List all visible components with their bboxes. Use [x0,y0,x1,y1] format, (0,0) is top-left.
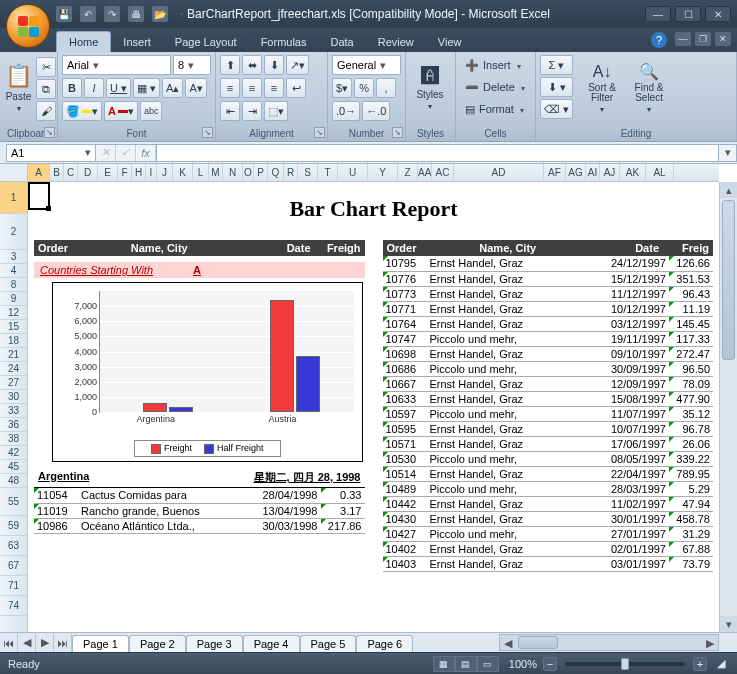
cell-freight[interactable]: 351.53 [669,271,713,286]
column-header[interactable]: AJ [600,164,620,181]
row-header[interactable]: 8 [0,278,27,292]
cell-date[interactable]: 10/07/1997 [597,421,669,436]
column-header[interactable]: D [78,164,98,181]
name-box[interactable]: A1▾ [6,144,96,162]
cell-date[interactable]: 27/01/1997 [597,526,669,541]
cell-date[interactable]: 13/04/1998 [249,503,321,518]
cell-name[interactable]: Ernst Handel, Graz [427,346,598,361]
column-header[interactable]: F [118,164,132,181]
increase-indent-button[interactable]: ⇥ [242,101,262,121]
column-header[interactable]: P [254,164,268,181]
print-icon[interactable]: 🖶 [128,6,144,22]
format-painter-button[interactable]: 🖌 [36,101,56,121]
help-icon[interactable]: ? [651,32,667,48]
maximize-button[interactable]: ☐ [675,6,701,22]
active-cell[interactable] [28,182,50,210]
cell-order[interactable]: 10764 [383,316,427,331]
row-header[interactable]: 48 [0,474,27,488]
sheet-tab[interactable]: Page 1 [72,635,129,652]
format-cells-button[interactable]: ▤Format [460,99,531,119]
cell-freight[interactable]: 47.94 [669,496,713,511]
zoom-level[interactable]: 100% [509,658,537,670]
column-header[interactable]: I [146,164,157,181]
next-sheet-button[interactable]: ▶ [36,634,54,652]
fx-button[interactable]: fx [136,145,156,161]
cell-name[interactable]: Ernst Handel, Graz [427,391,598,406]
scroll-left-button[interactable]: ◀ [500,635,516,650]
decrease-decimal-button[interactable]: ←.0 [362,101,390,121]
tab-formulas[interactable]: Formulas [249,32,319,52]
row-header[interactable]: 67 [0,556,27,576]
cell-date[interactable]: 19/11/1997 [597,331,669,346]
zoom-slider[interactable] [565,662,685,666]
cell-name[interactable]: Cactus Comidas para [78,488,249,503]
percent-button[interactable]: % [354,78,374,98]
cell-freight[interactable]: 67.88 [669,541,713,556]
cell-freight[interactable]: 11.19 [669,301,713,316]
phonetic-button[interactable]: abc [140,101,163,121]
tab-page-layout[interactable]: Page Layout [163,32,249,52]
tab-data[interactable]: Data [318,32,365,52]
orientation-button[interactable]: ↗▾ [286,55,309,75]
cell-order[interactable]: 10402 [383,541,427,556]
cell-name[interactable]: Piccolo und mehr, [427,361,598,376]
cell-order[interactable]: 10795 [383,256,427,271]
sheet-tab[interactable]: Page 6 [356,635,413,652]
tab-view[interactable]: View [426,32,474,52]
zoom-out-button[interactable]: − [543,657,557,671]
cell-date[interactable]: 11/12/1997 [597,286,669,301]
insert-cells-button[interactable]: ➕Insert [460,55,531,75]
office-button[interactable] [6,4,50,48]
chevron-down-icon[interactable]: ▾ [184,59,198,72]
cell-name[interactable]: Ernst Handel, Graz [427,271,598,286]
zoom-in-button[interactable]: + [693,657,707,671]
cell-order[interactable]: 10771 [383,301,427,316]
styles-button[interactable]: 🅰 Styles ▾ [410,55,450,121]
cell-freight[interactable]: 3.17 [321,503,365,518]
cell-freight[interactable]: 272.47 [669,346,713,361]
normal-view-button[interactable]: ▦ [433,656,455,672]
column-header[interactable]: AA [418,164,432,181]
column-header[interactable]: AC [432,164,454,181]
minimize-button[interactable]: — [645,6,671,22]
cell-date[interactable]: 17/06/1997 [597,436,669,451]
cell-name[interactable]: Ernst Handel, Graz [427,421,598,436]
cell-date[interactable]: 03/12/1997 [597,316,669,331]
cell-order[interactable]: 10986 [34,518,78,533]
embedded-chart[interactable]: 01,0002,0003,0004,0005,0006,0007,000Arge… [52,282,363,462]
cell-freight[interactable]: 5.29 [669,481,713,496]
cell-date[interactable]: 28/04/1998 [249,488,321,503]
merge-button[interactable]: ⬚▾ [264,101,288,121]
cell-order[interactable]: 10686 [383,361,427,376]
cells-viewport[interactable]: Bar Chart Report Order Name, City Date F… [28,182,719,632]
underline-button[interactable]: U ▾ [106,78,131,98]
cell-name[interactable]: Ernst Handel, Graz [427,556,598,571]
tab-review[interactable]: Review [366,32,426,52]
row-header[interactable]: 21 [0,348,27,362]
comma-button[interactable]: , [376,78,396,98]
cell-date[interactable]: 28/03/1997 [597,481,669,496]
vertical-scrollbar[interactable]: ▴ ▾ [719,182,737,632]
column-header[interactable]: J [157,164,173,181]
column-header[interactable]: AK [620,164,646,181]
column-header[interactable]: K [173,164,193,181]
cell-order[interactable]: 10776 [383,271,427,286]
cell-name[interactable]: Rancho grande, Buenos [78,503,249,518]
wrap-text-button[interactable]: ↩ [286,78,306,98]
page-break-view-button[interactable]: ▭ [477,656,499,672]
column-header[interactable]: AG [566,164,586,181]
cell-freight[interactable]: 126.66 [669,256,713,271]
row-header[interactable]: 74 [0,596,27,616]
cell-order[interactable]: 10597 [383,406,427,421]
cell-order[interactable]: 10514 [383,466,427,481]
delete-cells-button[interactable]: ➖Delete [460,77,531,97]
column-header[interactable]: Y [368,164,398,181]
cell-freight[interactable]: 96.50 [669,361,713,376]
cell-name[interactable]: Piccolo und mehr, [427,526,598,541]
cell-date[interactable]: 24/12/1997 [597,256,669,271]
cell-date[interactable]: 08/05/1997 [597,451,669,466]
font-size-combo[interactable]: 8▾ [173,55,211,75]
cell-order[interactable]: 11054 [34,488,78,503]
undo-icon[interactable]: ↶ [80,6,96,22]
cell-date[interactable]: 09/10/1997 [597,346,669,361]
